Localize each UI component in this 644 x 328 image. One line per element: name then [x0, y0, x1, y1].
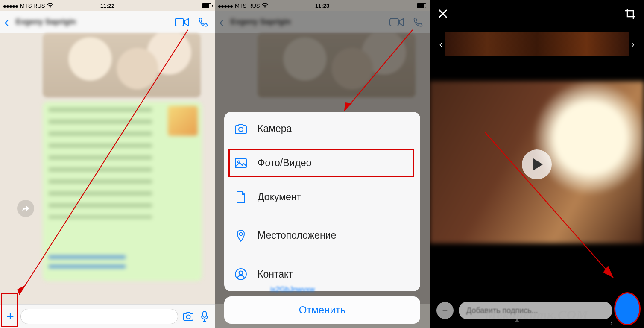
chat-header: ‹ Evgeny Saprigin — [0, 11, 215, 33]
phone-icon[interactable] — [196, 17, 211, 27]
action-sheet: Камера Фото/Видео Документ Местоположени… — [224, 112, 420, 291]
caption-bar: + Добавить подпись... — [436, 301, 637, 320]
forward-icon[interactable] — [17, 200, 34, 217]
blurred-link[interactable] — [49, 255, 126, 272]
location-icon — [234, 229, 247, 242]
sheet-label: Контакт — [258, 269, 293, 280]
video-trim-strip[interactable]: ‹ › — [436, 32, 637, 56]
chat-screen: MTS RUS 11:22 ‹ Evgeny Saprigin + — [0, 0, 215, 328]
sheet-item-contact[interactable]: Контакт — [224, 257, 420, 291]
svg-rect-3 — [203, 311, 206, 317]
back-icon[interactable]: ‹ — [4, 14, 9, 30]
sheet-item-camera[interactable]: Камера — [224, 112, 420, 146]
blurred-text — [49, 108, 152, 219]
svg-point-8 — [239, 127, 243, 132]
corner-chevron-icon: › — [610, 319, 612, 326]
contact-icon — [234, 268, 247, 281]
close-icon[interactable] — [437, 8, 448, 19]
status-bar: MTS RUS 11:22 — [0, 0, 215, 11]
sheet-item-document[interactable]: Документ — [224, 180, 420, 214]
chat-title[interactable]: Evgeny Saprigin — [16, 18, 168, 26]
trim-left-handle[interactable]: ‹ — [436, 32, 445, 56]
highlight-send — [614, 292, 641, 325]
message-photo[interactable] — [43, 33, 201, 97]
editor-topbar — [430, 0, 644, 27]
svg-marker-17 — [603, 266, 613, 278]
videocall-icon[interactable] — [175, 17, 189, 27]
svg-rect-1 — [175, 18, 184, 26]
attachment-sheet-screen: MTS RUS 11:23 ‹ Evgeny Saprigin ix2GbJnw… — [215, 0, 430, 328]
clock-label: 11:22 — [0, 3, 215, 9]
camera-icon[interactable] — [182, 310, 194, 322]
sheet-label: Местоположение — [258, 230, 336, 241]
highlight-plus — [1, 293, 18, 327]
sheet-label: Документ — [258, 191, 301, 203]
message-input[interactable] — [20, 309, 178, 324]
caption-input[interactable]: Добавить подпись... — [459, 302, 612, 319]
sheet-item-location[interactable]: Местоположение — [224, 214, 420, 257]
add-media-button[interactable]: + — [436, 302, 454, 319]
cancel-label: Отменить — [299, 304, 346, 316]
svg-point-2 — [187, 315, 190, 319]
sheet-label: Камера — [258, 123, 292, 135]
video-editor-screen: ‹ › + Добавить подпись... Мекарентк.COM … — [430, 0, 644, 328]
play-icon[interactable] — [522, 149, 552, 179]
caption-placeholder: Добавить подпись... — [466, 306, 538, 315]
sheet-cancel-button[interactable]: Отменить — [224, 296, 420, 324]
crop-icon[interactable] — [624, 8, 636, 20]
trim-right-handle[interactable]: › — [629, 32, 637, 56]
mic-icon[interactable] — [199, 310, 211, 322]
link-thumbnail — [168, 106, 198, 136]
camera-icon — [234, 123, 247, 135]
battery-icon — [202, 3, 211, 8]
document-icon — [234, 191, 247, 204]
svg-point-11 — [240, 232, 243, 235]
chat-body[interactable] — [0, 33, 215, 304]
sheet-item-photo-video[interactable]: Фото/Видео — [224, 146, 420, 180]
input-bar: + — [0, 304, 215, 328]
svg-point-13 — [239, 271, 243, 275]
blurred-link-text: ix2GbJnwvxw — [270, 285, 315, 294]
message-bubble[interactable] — [43, 102, 202, 281]
highlight-photo-video — [228, 149, 414, 177]
